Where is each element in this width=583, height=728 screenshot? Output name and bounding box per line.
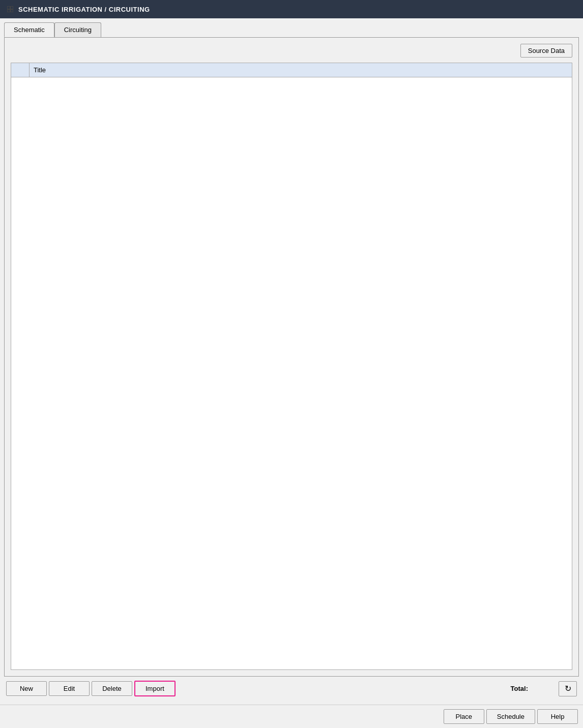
tabs-container: Schematic Circuiting <box>4 22 579 37</box>
refresh-icon: ↻ <box>565 684 571 693</box>
tab-schematic[interactable]: Schematic <box>4 22 54 37</box>
table-header: Title <box>11 63 572 77</box>
import-button[interactable]: Import <box>134 681 176 696</box>
edit-button[interactable]: Edit <box>49 681 90 696</box>
new-button[interactable]: New <box>6 681 47 696</box>
main-window: SCHEMATIC IRRIGATION / CIRCUITING Schema… <box>0 0 583 728</box>
toolbar-row: Source Data <box>11 44 572 58</box>
window-title: SCHEMATIC IRRIGATION / CIRCUITING <box>18 6 150 13</box>
tab-circuiting[interactable]: Circuiting <box>54 22 101 37</box>
delete-button[interactable]: Delete <box>92 681 132 696</box>
table-header-title: Title <box>30 63 572 77</box>
total-section: Total: <box>511 685 552 692</box>
title-bar: SCHEMATIC IRRIGATION / CIRCUITING <box>0 0 583 18</box>
footer-bar: Place Schedule Help <box>0 705 583 728</box>
table-header-checkbox-cell <box>11 63 30 77</box>
schedule-button[interactable]: Schedule <box>486 709 535 724</box>
total-label: Total: <box>511 685 528 692</box>
refresh-button[interactable]: ↻ <box>559 681 577 696</box>
window-icon <box>6 5 14 13</box>
help-button[interactable]: Help <box>537 709 578 724</box>
table-body <box>11 77 572 669</box>
source-data-button[interactable]: Source Data <box>520 44 572 58</box>
tab-content-schematic: Source Data Title <box>4 37 579 677</box>
place-button[interactable]: Place <box>444 709 484 724</box>
data-table: Title <box>11 63 572 670</box>
bottom-bar: New Edit Delete Import Total: ↻ <box>4 677 579 701</box>
content-area: Schematic Circuiting Source Data Title <box>0 18 583 705</box>
